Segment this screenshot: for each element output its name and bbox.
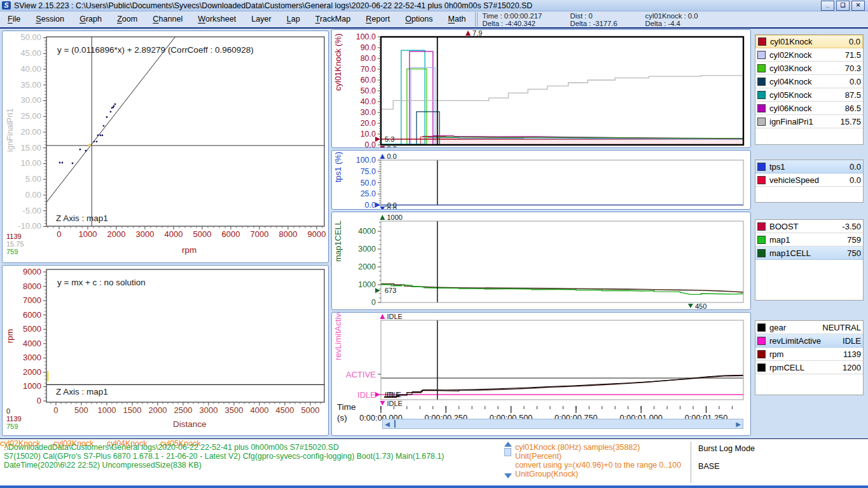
y-state-label: ACTIVE [346,370,376,379]
channel-name: cyl04Knock [769,77,850,86]
chart-panel-map1cell[interactable]: 010002000300040001000673450map1CELL [331,212,751,310]
max-marker-icon [380,154,385,159]
info-scrollbar-thumb[interactable] [504,448,511,456]
channel-row-revLimitActive[interactable]: revLimitActiveIDLE [755,334,863,348]
scatter-point [85,150,87,152]
menu-layer[interactable]: Layer [244,11,279,27]
channel-row-map1CELL[interactable]: map1CELL750 [755,247,863,260]
scroll-down-icon[interactable] [504,473,512,478]
plot-border [46,37,324,226]
channel-row-vehicleSpeed[interactable]: vehicleSpeed0.0 [755,173,863,187]
channel-color-swatch [757,323,766,332]
y-tick-label: 90.0 [361,43,376,52]
chart-annotation: IDLE [387,391,401,398]
chart-panel-revlimit-time[interactable]: ACTIVEIDLEIDLEIDLEIDLE0:00:00.0000:00:00… [331,312,751,436]
menu-options[interactable]: Options [397,11,440,27]
chart-panel-cyl-knock[interactable]: 0.010.020.030.040.050.060.070.080.090.01… [331,29,751,148]
channel-row-rpm[interactable]: rpm1139 [755,348,863,361]
chart-annotation: Z Axis : map1 [56,387,108,396]
scrollbar-thumb[interactable] [394,420,396,428]
min-marker-icon [380,146,385,147]
channel-row-cyl06Knock[interactable]: cyl06Knock86.5 [755,102,863,115]
channel-value: 0.0 [850,162,861,172]
y-tick-label: 20.0 [361,119,376,128]
scroll-right-icon[interactable]: ▶ [734,420,742,428]
max-marker-label: IDLE [387,313,402,320]
time-scrollbar[interactable]: ◀ ▶ [382,419,743,429]
channel-row-rpmCELL[interactable]: rpmCELL1200 [755,361,863,374]
x-tick-label: 4000 [165,229,183,239]
channel-name: rpmCELL [769,363,843,372]
x-tick-label: 1500 [123,405,142,415]
channel-row-cyl01Knock[interactable]: cyl01Knock0.0 [755,35,863,48]
channel-list-knock: cyl01Knock0.0cyl02Knock71.5cyl03Knock70.… [755,34,864,145]
y-tick-label: 40.0 [361,97,376,106]
channel-row-cyl05Knock[interactable]: cyl05Knock87.5 [755,88,863,102]
channel-list-rpm: gearNEUTRALrevLimitActiveIDLErpm1139rpmC… [755,320,864,395]
scatter-point [79,149,81,151]
channel-color-swatch [757,363,766,372]
channel-color-swatch [757,78,766,86]
menu-channel[interactable]: Channel [145,11,190,27]
menu-math[interactable]: Math [441,11,474,27]
scroll-up-icon[interactable] [504,442,512,447]
channel-value: NEUTRAL [822,323,861,332]
chart-panel-tps1[interactable]: 0.025.050.075.0100.00.0-0.00.0tps1 (%) [331,150,751,210]
channel-name: vehicleSpeed [769,175,850,185]
status-channel: cyl01Knock : 0.0 [645,12,698,20]
scroll-left-icon[interactable]: ◀ [383,420,391,428]
channel-name: map1 [769,235,847,245]
menu-worksheet[interactable]: Worksheet [190,11,244,27]
y-tick-label: 40.00 [20,64,41,74]
channel-name: map1CELL [769,248,847,258]
scatter-point [103,125,105,127]
menu-report[interactable]: Report [358,11,397,27]
y-tick-label: -10.00 [18,221,41,231]
info-scrollbar[interactable] [504,442,512,456]
min-marker-icon [688,304,693,308]
x-tick-label: 5000 [193,229,212,239]
channel-row-BOOST[interactable]: BOOST-3.50 [755,220,863,233]
channel-color-swatch [757,118,766,126]
channel-name: cyl01Knock [770,37,849,46]
chart-annotation: tps1 (%) [333,152,343,182]
regression-line [46,37,176,202]
chart-panel-rpm-vs-distance[interactable]: 0100020003000400050006000700080009000050… [2,265,329,436]
channel-value: 71.5 [845,50,861,60]
time-axis-label: (s) [337,413,347,423]
x-tick-label: 2500 [174,405,193,415]
channel-color-swatch [757,51,766,59]
menu-lap[interactable]: Lap [279,11,308,27]
close-button[interactable]: ✕ [851,1,865,11]
value-marker-label: 5.3 [385,135,394,143]
y-tick-label: 20.00 [20,127,41,137]
minimize-button[interactable]: _ [821,1,834,11]
channel-row-map1[interactable]: map1759 [755,233,863,247]
channel-value: 759 [847,235,861,245]
channel-name: ignFinalPri1 [769,117,840,126]
y-state-label: IDLE [357,390,376,400]
chart-panel-ign-vs-rpm[interactable]: -10.00-5.000.005.0010.0015.0020.0025.003… [2,30,329,263]
status-dist-delta: Delta : -3177.6 [570,20,645,28]
channel-row-tps1[interactable]: tps10.0 [755,160,863,173]
y-tick-label: 0 [371,298,376,307]
restore-button[interactable]: ❏ [836,1,850,11]
x-tick-label: 500 [74,405,88,415]
channel-color-swatch [757,337,766,345]
channel-row-ignFinalPri1[interactable]: ignFinalPri115.75 [755,115,863,128]
min-marker-label: IDLE [387,400,402,407]
menu-graph[interactable]: Graph [72,11,109,27]
channel-row-cyl04Knock[interactable]: cyl04Knock0.0 [755,75,863,88]
y-tick-label: 10.00 [20,158,41,168]
x-tick-label: 3500 [225,405,244,415]
y-tick-label: 60.0 [361,76,376,85]
channel-row-cyl02Knock[interactable]: cyl02Knock71.5 [755,48,863,62]
menu-zoom[interactable]: Zoom [109,11,145,27]
menu-file[interactable]: File [0,11,28,27]
menubar: FileSessionGraphZoomChannelWorksheetLaye… [0,11,868,29]
channel-row-gear[interactable]: gearNEUTRAL [755,321,863,334]
menu-session[interactable]: Session [28,11,72,27]
channel-row-cyl03Knock[interactable]: cyl03Knock70.3 [755,62,863,75]
scatter-point [97,135,99,137]
menu-trackmap[interactable]: TrackMap [308,11,359,27]
